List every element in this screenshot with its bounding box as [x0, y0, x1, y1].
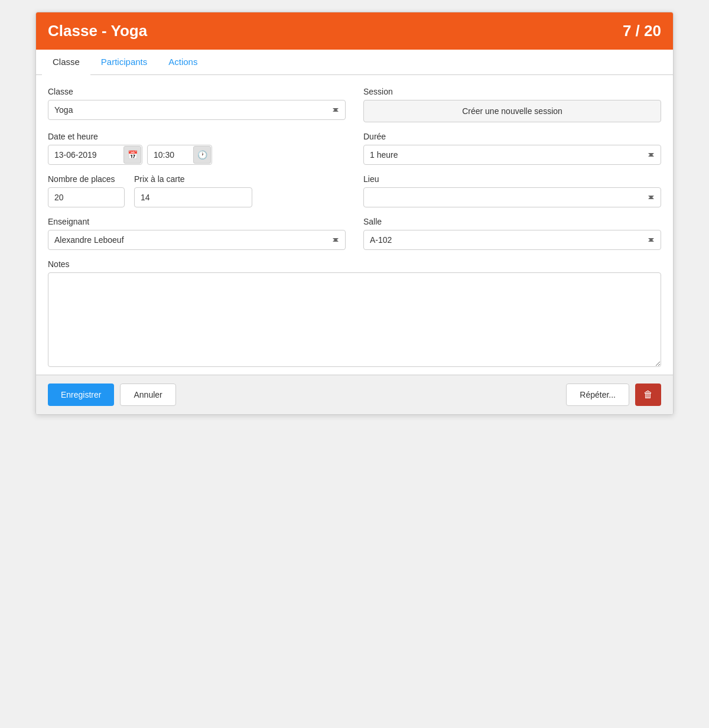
footer-left-actions: Enregistrer Annuler: [48, 384, 176, 406]
delete-button[interactable]: 🗑: [635, 384, 661, 406]
row-date-duree: Date et heure 📅 🕐 Durée 1 heure: [48, 132, 661, 165]
group-duree: Durée 1 heure: [363, 132, 661, 165]
footer: Enregistrer Annuler Répéter... 🗑: [36, 375, 673, 414]
lieu-label: Lieu: [363, 174, 661, 184]
footer-right-actions: Répéter... 🗑: [566, 384, 661, 406]
enseignant-select[interactable]: Alexandre Leboeuf: [48, 230, 346, 250]
date-time-inputs: 📅 🕐: [48, 145, 346, 165]
header: Classe - Yoga 7 / 20: [36, 12, 673, 50]
form-content: Classe Yoga Session Créer une nouvelle s…: [36, 75, 673, 375]
salle-select[interactable]: A-102: [363, 230, 661, 250]
tab-participants[interactable]: Participants: [90, 50, 158, 75]
calendar-icon[interactable]: 📅: [123, 146, 141, 164]
group-date: Date et heure 📅 🕐: [48, 132, 346, 165]
places-label: Nombre de places: [48, 174, 125, 184]
tab-bar: Classe Participants Actions: [36, 50, 673, 75]
cancel-button[interactable]: Annuler: [120, 384, 175, 406]
row-classe-session: Classe Yoga Session Créer une nouvelle s…: [48, 87, 661, 122]
main-window: Classe - Yoga 7 / 20 Classe Participants…: [35, 12, 674, 415]
date-wrapper: 📅: [48, 145, 142, 165]
repeat-button[interactable]: Répéter...: [566, 384, 629, 406]
clock-icon[interactable]: 🕐: [193, 146, 211, 164]
group-salle: Salle A-102: [363, 217, 661, 250]
group-lieu: Lieu: [363, 174, 661, 207]
row-enseignant-salle: Enseignant Alexandre Leboeuf Salle A-102: [48, 217, 661, 250]
group-session: Session Créer une nouvelle session: [363, 87, 661, 122]
duree-label: Durée: [363, 132, 661, 141]
group-classe: Classe Yoga: [48, 87, 346, 122]
save-button[interactable]: Enregistrer: [48, 384, 114, 406]
duree-select[interactable]: 1 heure: [363, 145, 661, 165]
prix-label: Prix à la carte: [134, 174, 252, 184]
trash-icon: 🗑: [643, 389, 653, 400]
tab-actions[interactable]: Actions: [158, 50, 208, 75]
classe-label: Classe: [48, 87, 346, 96]
group-places: Nombre de places: [48, 174, 125, 207]
group-places-prix: Nombre de places Prix à la carte: [48, 174, 346, 207]
date-label: Date et heure: [48, 132, 346, 141]
tab-classe[interactable]: Classe: [42, 50, 90, 75]
classe-select[interactable]: Yoga: [48, 100, 346, 120]
salle-label: Salle: [363, 217, 661, 226]
counter-badge: 7 / 20: [623, 22, 661, 40]
prix-input[interactable]: [134, 187, 252, 207]
session-label: Session: [363, 87, 661, 96]
lieu-select[interactable]: [363, 187, 661, 207]
new-session-button[interactable]: Créer une nouvelle session: [363, 100, 661, 122]
places-input[interactable]: [48, 187, 125, 207]
page-title: Classe - Yoga: [48, 22, 147, 40]
time-wrapper: 🕐: [147, 145, 212, 165]
enseignant-label: Enseignant: [48, 217, 346, 226]
group-prix: Prix à la carte: [134, 174, 252, 207]
notes-label: Notes: [48, 259, 661, 269]
notes-textarea[interactable]: [48, 272, 661, 367]
row-places-prix-lieu: Nombre de places Prix à la carte Lieu: [48, 174, 661, 207]
group-enseignant: Enseignant Alexandre Leboeuf: [48, 217, 346, 250]
group-notes: Notes: [48, 259, 661, 369]
